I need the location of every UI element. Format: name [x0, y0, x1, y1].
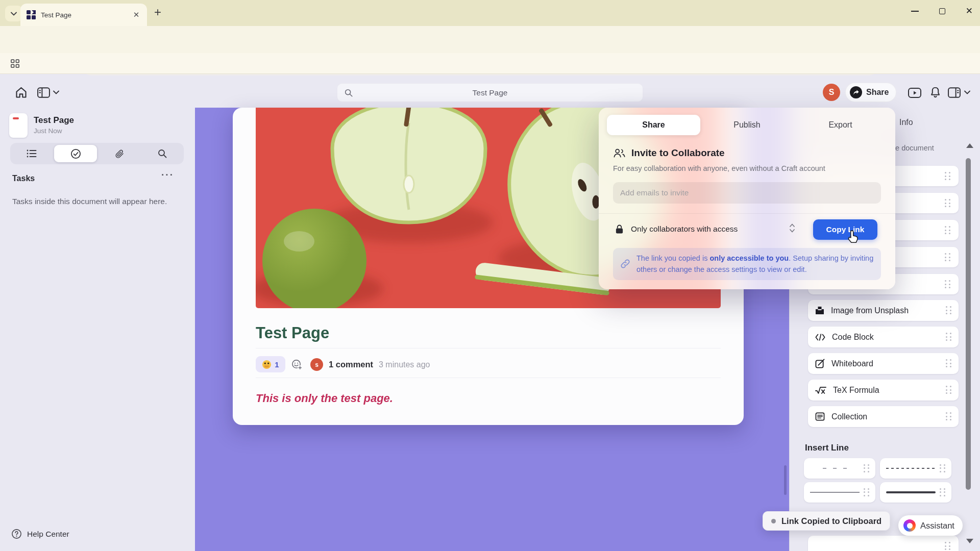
insert-item-label: Whiteboard: [831, 359, 939, 368]
drag-handle-icon[interactable]: [945, 172, 950, 181]
notifications-bell-icon[interactable]: [929, 86, 942, 99]
editor-scrollbar-thumb[interactable]: [784, 465, 787, 495]
invite-description: For easy collaboration with anyone, even…: [613, 164, 825, 172]
drag-handle-icon[interactable]: [946, 412, 951, 421]
check-circle-icon: [70, 148, 81, 159]
doc-search-bar[interactable]: Test Page: [337, 83, 643, 102]
browser-tabstrip: Test Page ✕ + ✕: [0, 0, 980, 26]
tab-search-button[interactable]: [5, 6, 22, 21]
link-note-text: The link you copied is only accessible t…: [636, 253, 875, 276]
drag-handle-icon[interactable]: [945, 226, 950, 235]
tasks-more-button[interactable]: ···: [161, 169, 174, 181]
link-icon: [620, 258, 631, 269]
bookmarks-bar: [0, 53, 980, 74]
present-icon[interactable]: [908, 87, 922, 99]
info-tab-label[interactable]: Info: [899, 118, 913, 127]
drag-handle-icon[interactable]: [940, 488, 945, 497]
invite-title: Invite to Collaborate: [631, 147, 725, 159]
reaction-pill[interactable]: 1: [256, 356, 285, 372]
sidebar-doc-title[interactable]: Test Page: [34, 115, 74, 126]
code-icon: [815, 333, 825, 341]
dashed-line-sample: [886, 468, 936, 469]
user-avatar[interactable]: S: [823, 84, 840, 101]
drag-handle-icon[interactable]: [946, 306, 951, 315]
browser-tab[interactable]: Test Page ✕: [20, 4, 147, 26]
insert-item-tex-formula[interactable]: TeX Formula: [808, 380, 959, 400]
drag-handle-icon[interactable]: [945, 280, 950, 289]
unsplash-icon: [815, 306, 824, 315]
window-minimize-icon[interactable]: [911, 11, 919, 12]
email-invite-input[interactable]: [613, 182, 881, 204]
page-body-text[interactable]: This is only the test page.: [256, 392, 393, 405]
select-chevrons-icon[interactable]: [789, 222, 796, 234]
tab-publish[interactable]: Publish: [700, 115, 794, 135]
people-icon: [613, 148, 626, 158]
tab-attachments[interactable]: [98, 143, 141, 164]
drag-handle-icon[interactable]: [945, 542, 950, 550]
chevron-down-icon[interactable]: [964, 90, 970, 94]
dotted-line-sample: [810, 468, 860, 469]
access-value: Only collaborators with access: [631, 224, 738, 234]
drag-handle-icon[interactable]: [864, 464, 869, 473]
insert-line-dashed[interactable]: [880, 458, 951, 479]
help-icon: [11, 529, 22, 539]
paperclip-icon: [114, 148, 125, 159]
insert-item-label: Code Block: [832, 333, 939, 342]
drag-handle-icon[interactable]: [946, 333, 951, 341]
help-center[interactable]: Help Center: [11, 529, 69, 539]
sidebar-doc-time: Just Now: [34, 127, 62, 135]
insert-line-dotted[interactable]: [804, 458, 875, 479]
sidebar-right-toggle-icon[interactable]: [947, 86, 961, 99]
insert-block-card[interactable]: [808, 536, 959, 551]
scrollbar-thumb[interactable]: [966, 158, 971, 490]
copy-link-button[interactable]: Copy Link: [813, 219, 877, 240]
collection-icon: [815, 412, 825, 421]
tab-share[interactable]: Share: [607, 115, 700, 135]
insert-item-unsplash[interactable]: Image from Unsplash: [808, 300, 959, 321]
share-button[interactable]: Share: [845, 83, 896, 102]
toast-notification: Link Copied to Clipboard: [763, 511, 890, 531]
insert-line-thick[interactable]: [880, 482, 951, 503]
window-close-icon[interactable]: ✕: [966, 7, 973, 15]
insert-item-collection[interactable]: Collection: [808, 406, 959, 427]
home-icon[interactable]: [14, 86, 28, 99]
document-card-icon[interactable]: [9, 113, 28, 138]
add-reaction-icon[interactable]: [291, 359, 303, 370]
insert-item-code-block[interactable]: Code Block: [808, 327, 959, 347]
email-invite-field: [613, 182, 881, 204]
browser-url-row: docs.craft.do/editor/d/0de23e49-b7ee-2c2…: [0, 26, 980, 53]
thin-line-sample: [810, 492, 860, 493]
panel-description-fragment: he document: [891, 144, 934, 152]
chevron-down-icon[interactable]: [53, 90, 59, 94]
page-title[interactable]: Test Page: [256, 324, 329, 342]
insert-line-thin[interactable]: [804, 482, 875, 503]
scrollbar-up-arrow[interactable]: [966, 140, 973, 148]
comment-count[interactable]: 1 comment: [329, 360, 373, 369]
sidebar-left-toggle-icon[interactable]: [37, 86, 51, 99]
share-icon: [850, 86, 862, 98]
tab-tasks[interactable]: [54, 145, 97, 162]
tab-close-icon[interactable]: ✕: [132, 10, 141, 19]
new-tab-button[interactable]: +: [154, 5, 161, 19]
tab-outline[interactable]: [10, 143, 53, 164]
apps-grid-icon[interactable]: [10, 59, 20, 68]
drag-handle-icon[interactable]: [946, 386, 951, 394]
assistant-label: Assistant: [920, 521, 954, 531]
sidebar-segmented-control: [10, 143, 184, 164]
drag-handle-icon[interactable]: [864, 488, 869, 497]
tab-export[interactable]: Export: [794, 115, 887, 135]
link-note: The link you copied is only accessible t…: [613, 248, 881, 280]
drag-handle-icon[interactable]: [945, 253, 950, 262]
tab-search[interactable]: [141, 143, 184, 164]
scrollbar-down-arrow[interactable]: [966, 539, 973, 547]
drag-handle-icon[interactable]: [945, 199, 950, 208]
divider: [256, 348, 721, 348]
drag-handle-icon[interactable]: [940, 464, 945, 473]
assistant-button[interactable]: Assistant: [898, 515, 963, 536]
insert-item-whiteboard[interactable]: Whiteboard: [808, 353, 959, 374]
toast-message: Link Copied to Clipboard: [781, 516, 881, 526]
comment-author-avatar[interactable]: s: [310, 358, 323, 371]
access-selector[interactable]: Only collaborators with access: [615, 224, 738, 234]
window-maximize-icon[interactable]: [939, 8, 945, 14]
drag-handle-icon[interactable]: [946, 359, 951, 368]
